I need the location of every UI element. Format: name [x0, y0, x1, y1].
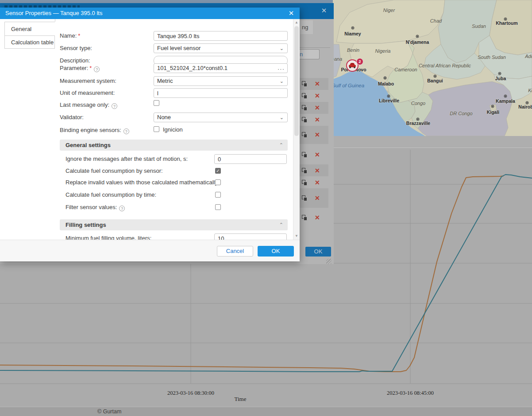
country-label: Congo: [411, 101, 425, 106]
country-label: Add: [525, 54, 532, 59]
help-icon[interactable]: ?: [119, 206, 125, 211]
ok-button[interactable]: OK: [258, 246, 294, 257]
parameter-input[interactable]: 101_521024_2.10*const0.1···: [154, 63, 288, 73]
scrollbar-thumb[interactable]: [294, 26, 299, 136]
city-dot-icon: [384, 77, 387, 80]
country-label: Chad: [430, 18, 442, 23]
close-icon[interactable]: ✕: [287, 9, 295, 17]
delete-icon[interactable]: ✕: [315, 167, 321, 174]
help-icon[interactable]: ?: [94, 66, 100, 72]
country-label: Ko: [528, 88, 532, 93]
unit-label: Unit of measurement:: [60, 88, 115, 98]
last-message-only-checkbox[interactable]: [154, 100, 159, 106]
app-header-strip: [0, 0, 333, 3]
setting-input[interactable]: [214, 154, 287, 164]
name-label: Name:*: [60, 31, 80, 41]
ignicion-label: Ignicion: [163, 126, 183, 133]
copy-icon[interactable]: [302, 117, 308, 123]
copy-icon[interactable]: [302, 93, 308, 99]
delete-icon[interactable]: ✕: [315, 80, 321, 87]
city-label: N'djamena: [406, 39, 429, 45]
city-dot-icon: [416, 35, 419, 38]
copy-icon[interactable]: [302, 168, 308, 174]
parameter-more-button[interactable]: ···: [278, 65, 285, 74]
city-label: Libreville: [379, 98, 399, 103]
ok-button-background[interactable]: OK: [305, 247, 331, 257]
city-dot-icon: [498, 72, 501, 75]
copy-icon[interactable]: [302, 132, 308, 138]
chevron-up-icon: ⌃: [279, 140, 283, 151]
resize-grip[interactable]: [326, 259, 332, 264]
name-input[interactable]: [154, 31, 288, 41]
chevron-down-icon: ⌄: [280, 44, 284, 53]
city-dot-icon: [504, 95, 507, 98]
delete-icon[interactable]: ✕: [315, 179, 321, 186]
city-dot-icon: [491, 105, 494, 108]
setting-checkbox[interactable]: ✓: [215, 168, 221, 174]
measurement-system-select[interactable]: Metric⌄: [154, 76, 288, 86]
country-label: Niger: [383, 8, 395, 13]
cancel-button[interactable]: Cancel: [217, 246, 253, 257]
chevron-down-icon: ⌄: [280, 113, 284, 122]
city-label: Kigali: [487, 109, 500, 115]
sensor-type-select[interactable]: Fuel level sensor⌄: [154, 43, 288, 53]
status-bar: © Gurtam: [0, 407, 532, 416]
copy-icon[interactable]: [302, 81, 308, 87]
delete-icon[interactable]: ✕: [315, 104, 321, 111]
creation-wizard-button[interactable]: n wizard: [300, 49, 320, 59]
setting-checkbox[interactable]: [215, 179, 221, 185]
settings-sections: General settings⌃Ignore the messages aft…: [60, 140, 288, 240]
setting-checkbox[interactable]: [215, 204, 221, 210]
country-label: Sudan: [472, 23, 486, 29]
country-label: South Sudan: [478, 54, 506, 60]
delete-icon[interactable]: ✕: [315, 116, 321, 123]
scroll-down-icon[interactable]: ▼: [293, 233, 300, 239]
scroll-up-icon[interactable]: ▲: [293, 20, 300, 25]
close-icon[interactable]: ✕: [320, 6, 328, 15]
delete-icon[interactable]: ✕: [315, 214, 321, 221]
help-icon[interactable]: ?: [123, 128, 129, 134]
marker-count-badge: 2: [356, 58, 363, 65]
chevron-up-icon: ⌃: [279, 219, 283, 230]
dialog-titlebar[interactable]: Sensor Properties — Tanque 395.0 lts: [0, 8, 300, 19]
divider: [55, 19, 55, 22]
copy-icon[interactable]: [302, 215, 308, 221]
divider: [300, 47, 330, 48]
dialog-scrollbar[interactable]: ▲ ▼: [293, 19, 300, 240]
wialon-workspace: Gulf of GuineaNigerChadSudanBeninNigeria…: [0, 0, 532, 416]
setting-label: Calculate fuel consumption by sensor:: [66, 166, 163, 176]
copy-icon[interactable]: [302, 180, 308, 186]
x-tick-label: 2023-03-16 08:30:00: [167, 390, 214, 397]
city-label: Brazzaville: [406, 121, 430, 126]
section-header-filling-settings[interactable]: Filling settings⌃: [60, 219, 288, 230]
copy-icon[interactable]: [302, 152, 308, 158]
city-label: Nairob: [518, 104, 532, 109]
x-axis-title: Time: [235, 396, 247, 403]
map-canvas[interactable]: Gulf of GuineaNigerChadSudanBeninNigeria…: [328, 0, 532, 136]
section-header-general-settings[interactable]: General settings⌃: [60, 140, 288, 151]
country-label: Nigeria: [375, 48, 391, 54]
city-label: Bangui: [427, 78, 443, 83]
dialog-footer: Cancel OK: [0, 240, 300, 261]
sensor-properties-dialog: Sensor Properties — Tanque 395.0 lts ✕ G…: [0, 8, 300, 261]
delete-icon[interactable]: ✕: [315, 131, 321, 138]
delete-icon[interactable]: ✕: [315, 92, 321, 99]
city-dot-icon: [387, 95, 390, 98]
country-label: DR Congo: [450, 111, 472, 116]
unit-input[interactable]: [154, 88, 288, 98]
copy-icon[interactable]: [302, 195, 308, 201]
city-label: Niamey: [344, 31, 361, 36]
ignicion-checkbox[interactable]: [154, 126, 159, 132]
tab-calculation-table[interactable]: Calculation table: [4, 36, 55, 49]
delete-icon[interactable]: ✕: [315, 194, 321, 202]
copy-icon[interactable]: [302, 105, 308, 111]
delete-icon[interactable]: ✕: [315, 151, 321, 158]
setting-checkbox[interactable]: [215, 192, 221, 198]
validator-select[interactable]: None⌄: [154, 113, 288, 122]
copyright-attribution: © Gurtam: [97, 408, 121, 415]
city-label: Malabo: [378, 81, 394, 86]
sensor-type-label: Sensor type:: [60, 43, 92, 53]
tab-fragment[interactable]: ng: [300, 20, 313, 34]
help-icon[interactable]: ?: [112, 103, 117, 109]
tab-general[interactable]: General: [4, 22, 55, 36]
